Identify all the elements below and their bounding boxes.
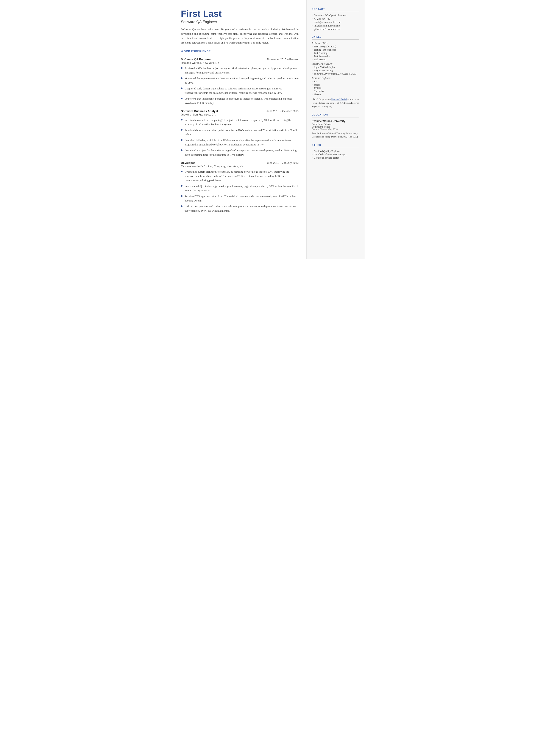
education-section: EDUCATION Resume Worded University Bache… <box>312 113 359 139</box>
job-2-company: Growthsi, San Francisco, CA <box>181 113 299 116</box>
work-experience-label: WORK EXPERIENCE <box>181 50 299 53</box>
other-item: Certified Software Test Manager. <box>312 153 359 156</box>
skill-item: Scrum <box>312 83 359 86</box>
bullet-icon <box>181 67 183 69</box>
job-2: Software Business Analyst June 2013 – Oc… <box>181 109 299 157</box>
contact-label: CONTACT <box>312 8 359 10</box>
bullet-icon <box>181 185 183 187</box>
skill-item: Test Automation <box>312 55 359 58</box>
job-3-bullets: Overhauled system architecture of RWEC b… <box>181 170 299 213</box>
bullet-icon <box>181 149 183 151</box>
skill-item: Test Planning <box>312 52 359 54</box>
contact-section: CONTACT Columbia, SC (Open to Remote) +1… <box>312 8 359 30</box>
education-label: EDUCATION <box>312 113 359 116</box>
skill-item: Test Cases(Advanced) <box>312 45 359 48</box>
work-experience-section: WORK EXPERIENCE Software QA Engineer Nov… <box>181 50 299 213</box>
bullet-icon <box>181 88 183 89</box>
list-item: Utilized best practices and coding stand… <box>181 204 299 213</box>
edu-field: Computer Science <box>312 126 359 128</box>
tools-label: Tools and Software: <box>312 77 359 79</box>
list-item: Led efforts that implemented changes in … <box>181 97 299 105</box>
job-1-company: Resume Worded, New York, NY <box>181 61 299 65</box>
edu-awards: Awards: Resume Worded Teaching Fellow (o… <box>312 131 359 139</box>
list-item: Launched initiative, which led to a $1M … <box>181 138 299 147</box>
job-2-header: Software Business Analyst June 2013 – Oc… <box>181 109 299 113</box>
skill-item: Agile Methodologies <box>312 66 359 69</box>
contact-linkedin: linkedin.com/in/username <box>312 24 359 27</box>
job-1-title: Software QA Engineer <box>181 58 211 61</box>
list-item: Implemented Ajax technology on 49 pages,… <box>181 184 299 193</box>
edu-degree: Bachelor of Science <box>312 123 359 126</box>
bullet-icon <box>181 98 183 99</box>
skill-item: Software Development Life Cycle (SDLC) <box>312 72 359 75</box>
other-label: OTHER <box>312 144 359 146</box>
left-column: First Last Software QA Engineer Software… <box>171 0 306 259</box>
other-divider <box>312 148 359 148</box>
contact-github: github.com/resumeworded <box>312 28 359 30</box>
job-3-dates: June 2010 – January 2013 <box>267 161 298 164</box>
bullet-icon <box>181 171 183 172</box>
edu-institution: Resume Worded University <box>312 120 359 123</box>
skill-item: Maven <box>312 93 359 96</box>
job-1-dates: November 2015 – Present <box>267 58 299 61</box>
bullet-icon <box>181 139 183 141</box>
edu-location: Boston, MA — May 2010 <box>312 128 359 130</box>
list-item: Resolved data communication problems bet… <box>181 128 299 137</box>
right-column: CONTACT Columbia, SC (Open to Remote) +1… <box>306 0 365 259</box>
job-3-title: Developer <box>181 161 195 164</box>
job-2-title: Software Business Analyst <box>181 109 218 113</box>
skill-item: Jira <box>312 80 359 83</box>
job-2-dates: June 2013 – October 2015 <box>267 110 298 113</box>
other-section: OTHER Certified Quality Engineer. Certif… <box>312 144 359 159</box>
skill-item: Cucumber <box>312 90 359 93</box>
job-1-bullets: Achieved a 92% bugless project during a … <box>181 66 299 105</box>
job-1: Software QA Engineer November 2015 – Pre… <box>181 58 299 105</box>
candidate-summary: Software QA engineer with over 10 years … <box>181 27 299 45</box>
resume-worded-link[interactable]: Resume Worded <box>331 98 347 100</box>
list-item: Received 70% approval rating from 32K sa… <box>181 194 299 203</box>
bullet-icon <box>181 195 183 197</box>
list-item: Received an award for completing 17 proj… <box>181 118 299 126</box>
job-3: Developer June 2010 – January 2013 Resum… <box>181 161 299 213</box>
contact-location: Columbia, SC (Open to Remote) <box>312 14 359 16</box>
list-item: Conceived a project for the onsite testi… <box>181 148 299 157</box>
technical-skills-label: Technical Skills: <box>312 42 359 44</box>
skill-item: Jenkins <box>312 87 359 89</box>
skill-item: Regression Testing <box>312 69 359 72</box>
contact-email: email@resumeworded.com <box>312 21 359 23</box>
job-2-bullets: Received an award for completing 17 proj… <box>181 118 299 157</box>
bullet-icon <box>181 205 183 207</box>
list-item: Diagnosed early danger signs related to … <box>181 86 299 95</box>
work-experience-divider <box>181 54 299 54</box>
bullet-icon <box>181 77 183 79</box>
bullet-icon <box>181 119 183 121</box>
contact-divider <box>312 12 359 12</box>
list-item: Achieved a 92% bugless project during a … <box>181 66 299 75</box>
resume-header: First Last Software QA Engineer Software… <box>181 9 299 45</box>
education-divider <box>312 117 359 118</box>
skills-section: SKILLS Technical Skills: Test Cases(Adva… <box>312 36 359 108</box>
contact-phone: +1-234-456-789 <box>312 17 359 20</box>
job-3-header: Developer June 2010 – January 2013 <box>181 161 299 164</box>
candidate-name: First Last <box>181 9 299 19</box>
skill-item: Testing (Experienced) <box>312 48 359 51</box>
list-item: Overhauled system architecture of RWEC b… <box>181 170 299 182</box>
list-item: Monitored the implementation of test aut… <box>181 76 299 85</box>
job-3-company: Resume Worded's Exciting Company, New Yo… <box>181 165 299 168</box>
industry-knowledge-label: Industry Knowledge: <box>312 63 359 65</box>
bullet-icon <box>181 129 183 130</box>
other-item: Certified Software Tester. <box>312 156 359 159</box>
job-1-header: Software QA Engineer November 2015 – Pre… <box>181 58 299 61</box>
skills-label: SKILLS <box>312 36 359 38</box>
candidate-title: Software QA Engineer <box>181 20 299 24</box>
other-item: Certified Quality Engineer. <box>312 150 359 153</box>
skill-item: Web Testing <box>312 58 359 61</box>
skills-note: • Don't forget to use Resume Worded to s… <box>312 98 359 108</box>
